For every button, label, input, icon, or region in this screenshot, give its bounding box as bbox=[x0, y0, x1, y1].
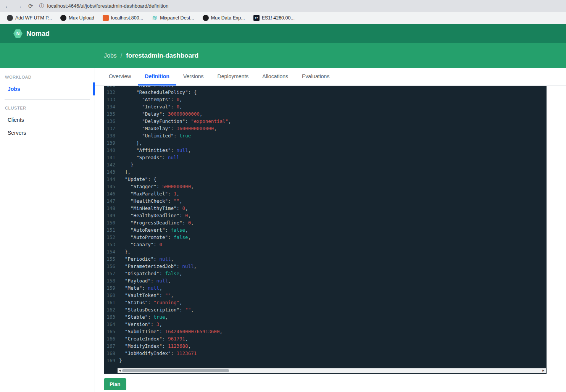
sidebar-item-clients[interactable]: Clients bbox=[0, 113, 95, 126]
code-text: "Attempts": 0, bbox=[119, 96, 547, 103]
bookmark-item[interactable]: Mux Upload bbox=[57, 14, 97, 22]
sidebar-item-servers[interactable]: Servers bbox=[0, 126, 95, 139]
bookmark-label: Add WF UTM P... bbox=[15, 15, 52, 21]
code-line: 166 "CreateIndex": 961791, bbox=[104, 335, 547, 342]
code-text: "Delay": 30000000000, bbox=[119, 110, 547, 118]
code-text: "Periodic": null, bbox=[119, 255, 547, 263]
code-text: "Stable": true, bbox=[119, 313, 547, 321]
line-number: 169 bbox=[104, 357, 119, 364]
sidebar: WORKLOAD Jobs CLUSTER Clients Servers bbox=[0, 68, 95, 392]
orange-favicon-icon bbox=[103, 15, 109, 21]
app-name: Nomad bbox=[26, 30, 50, 38]
bookmark-item[interactable]: localhost:800... bbox=[100, 14, 146, 22]
back-icon[interactable]: ← bbox=[5, 3, 10, 9]
scroll-left-icon[interactable]: ◀ bbox=[118, 368, 122, 373]
code-line: 135 "Delay": 30000000000, bbox=[104, 110, 547, 118]
code-line: 146 "MaxParallel": 1, bbox=[104, 190, 547, 197]
bookmark-item[interactable]: 17ES1! 4260.00... bbox=[250, 14, 298, 22]
plan-button[interactable]: Plan bbox=[104, 378, 126, 390]
code-line: 142 } bbox=[104, 161, 547, 168]
code-line: 152 "AutoPromote": false, bbox=[104, 234, 547, 241]
bookmark-label: Mux Upload bbox=[69, 15, 94, 21]
line-number: 157 bbox=[104, 270, 119, 277]
scrollbar-thumb[interactable] bbox=[122, 369, 229, 372]
code-line: 137 "MaxDelay": 3600000000000, bbox=[104, 125, 547, 132]
job-definition-editor[interactable]: 131 "Meta": null,132 "ReschedulePolicy":… bbox=[104, 86, 547, 374]
tab-allocations[interactable]: Allocations bbox=[255, 68, 295, 85]
sidebar-item-jobs[interactable]: Jobs bbox=[0, 82, 95, 95]
bookmark-label: Mixpanel Dest... bbox=[160, 15, 194, 21]
code-line: 168 "JobModifyIndex": 1123671 bbox=[104, 350, 547, 357]
url-text[interactable]: localhost:4646/ui/jobs/forestadmin-dashb… bbox=[47, 3, 169, 9]
sidebar-section-cluster: CLUSTER bbox=[0, 106, 95, 113]
mixpanel-favicon-icon: ≋ bbox=[152, 15, 158, 21]
code-text: "MaxDelay": 3600000000000, bbox=[119, 125, 547, 132]
code-text: "Interval": 0, bbox=[119, 103, 547, 110]
tab-definition[interactable]: Definition bbox=[138, 68, 176, 85]
bookmarks-bar: Add WF UTM P...Mux Uploadlocalhost:800..… bbox=[0, 12, 566, 24]
tab-bar: Overview Definition Versions Deployments… bbox=[95, 68, 566, 86]
tab-overview[interactable]: Overview bbox=[102, 68, 138, 85]
code-text: "ParameterizedJob": null, bbox=[119, 263, 547, 270]
code-text: "Dispatched": false, bbox=[119, 270, 547, 277]
breadcrumb-jobs[interactable]: Jobs bbox=[104, 52, 117, 59]
horizontal-scrollbar[interactable]: ◀ ▶ bbox=[118, 368, 546, 373]
line-number: 139 bbox=[104, 139, 119, 147]
line-number: 141 bbox=[104, 154, 119, 161]
tab-evaluations[interactable]: Evaluations bbox=[295, 68, 336, 85]
code-line: 148 "MinHealthyTime": 0, bbox=[104, 205, 547, 212]
line-number: 156 bbox=[104, 263, 119, 270]
line-number: 135 bbox=[104, 110, 119, 118]
page-info-icon[interactable]: ⓘ bbox=[39, 3, 44, 10]
bookmark-item[interactable]: Add WF UTM P... bbox=[4, 14, 55, 22]
line-number: 158 bbox=[104, 277, 119, 284]
url-bar[interactable]: ⓘ localhost:4646/ui/jobs/forestadmin-das… bbox=[39, 3, 561, 10]
line-number: 161 bbox=[104, 299, 119, 306]
code-line: 143 ], bbox=[104, 168, 547, 176]
code-line: 153 "Canary": 0 bbox=[104, 241, 547, 248]
code-text: "ModifyIndex": 1123688, bbox=[119, 342, 547, 350]
code-text: }, bbox=[119, 248, 547, 255]
scroll-right-icon[interactable]: ▶ bbox=[541, 368, 546, 373]
line-number: 151 bbox=[104, 226, 119, 234]
line-number: 163 bbox=[104, 313, 119, 321]
line-number: 132 bbox=[104, 89, 119, 96]
code-line: 164 "Version": 3, bbox=[104, 321, 547, 328]
code-text: "ReschedulePolicy": { bbox=[119, 89, 547, 96]
line-number: 133 bbox=[104, 96, 119, 103]
line-number: 155 bbox=[104, 255, 119, 263]
line-number: 166 bbox=[104, 335, 119, 342]
bookmark-item[interactable]: Mux Data Exp... bbox=[200, 14, 248, 22]
line-number: 154 bbox=[104, 248, 119, 255]
bookmark-item[interactable]: ≋Mixpanel Dest... bbox=[148, 14, 197, 22]
line-number: 134 bbox=[104, 103, 119, 110]
scrollbar-track[interactable] bbox=[122, 368, 541, 373]
globe-dark-favicon-icon bbox=[7, 15, 13, 21]
code-text: "Payload": null, bbox=[119, 277, 547, 284]
line-number: 143 bbox=[104, 168, 119, 176]
code-line: 150 "ProgressDeadline": 0, bbox=[104, 219, 547, 226]
line-number: 160 bbox=[104, 292, 119, 299]
reload-icon[interactable]: ⟳ bbox=[28, 3, 33, 9]
line-number: 149 bbox=[104, 212, 119, 219]
line-number: 145 bbox=[104, 183, 119, 190]
code-line: 156 "ParameterizedJob": null, bbox=[104, 263, 547, 270]
sidebar-divider bbox=[5, 99, 90, 100]
code-text: "MaxParallel": 1, bbox=[119, 190, 547, 197]
code-text: "Meta": null, bbox=[119, 86, 547, 89]
code-text: ], bbox=[119, 168, 547, 176]
tab-versions[interactable]: Versions bbox=[176, 68, 211, 85]
code-line: 141 "Spreads": null bbox=[104, 154, 547, 161]
line-number: 147 bbox=[104, 197, 119, 205]
line-number: 138 bbox=[104, 132, 119, 139]
code-text: "Version": 3, bbox=[119, 321, 547, 328]
code-line: 139 }, bbox=[104, 139, 547, 147]
code-text: } bbox=[119, 161, 547, 168]
code-line: 161 "Status": "running", bbox=[104, 299, 547, 306]
forward-icon[interactable]: → bbox=[16, 3, 22, 9]
breadcrumb-current-job: forestadmin-dashboard bbox=[126, 52, 198, 60]
mux-favicon-icon bbox=[60, 15, 66, 21]
nomad-header: N Nomad bbox=[0, 24, 566, 43]
tab-deployments[interactable]: Deployments bbox=[211, 68, 256, 85]
code-content: 131 "Meta": null,132 "ReschedulePolicy":… bbox=[104, 86, 547, 364]
